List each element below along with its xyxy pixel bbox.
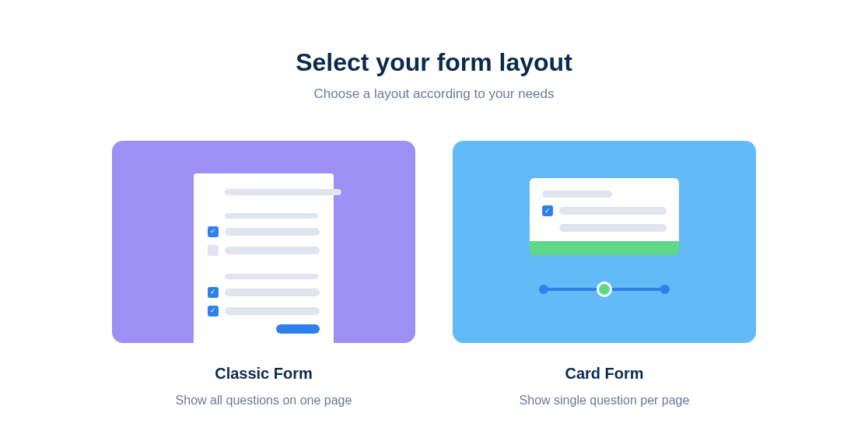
page-subtitle: Choose a layout according to your needs bbox=[313, 86, 554, 102]
placeholder-line bbox=[225, 213, 318, 219]
step-dot-icon bbox=[539, 285, 548, 294]
placeholder-checkrow: ✓ bbox=[208, 306, 320, 317]
placeholder-checkrow: ✓ bbox=[208, 226, 320, 237]
card-body: ✓ bbox=[530, 178, 679, 241]
step-dot-icon bbox=[660, 285, 670, 294]
placeholder-line bbox=[225, 228, 320, 236]
checkbox-checked-icon: ✓ bbox=[208, 226, 219, 237]
placeholder-checkrow: ✓ bbox=[208, 287, 320, 298]
placeholder-line bbox=[542, 191, 612, 198]
card-footer-bar bbox=[530, 241, 679, 255]
placeholder-line bbox=[225, 189, 341, 195]
placeholder-line bbox=[559, 224, 667, 232]
option-card-form[interactable]: ✓ Card Form Show single question per pag… bbox=[453, 141, 756, 408]
submit-button-icon bbox=[276, 324, 320, 334]
checkbox-checked-icon: ✓ bbox=[208, 306, 219, 317]
option-description: Show single question per page bbox=[520, 394, 690, 408]
placeholder-line bbox=[225, 307, 320, 315]
checkbox-checked-icon: ✓ bbox=[542, 205, 553, 216]
layout-options-row: ✓ ✓ ✓ Classic Form bbox=[112, 141, 756, 408]
placeholder-line bbox=[559, 207, 667, 215]
step-dot-active-icon bbox=[597, 282, 612, 297]
option-classic-form[interactable]: ✓ ✓ ✓ Classic Form bbox=[112, 141, 415, 408]
placeholder-checkrow: ✓ bbox=[542, 205, 667, 216]
checkbox-unchecked-icon bbox=[208, 245, 219, 256]
progress-stepper-icon bbox=[539, 288, 670, 291]
placeholder-line bbox=[225, 274, 318, 279]
card-preview-illustration: ✓ bbox=[453, 141, 756, 343]
page-title: Select your form layout bbox=[296, 48, 572, 77]
placeholder-line bbox=[225, 247, 320, 254]
option-title: Card Form bbox=[565, 365, 643, 383]
checkbox-checked-icon: ✓ bbox=[208, 287, 219, 298]
option-title: Classic Form bbox=[215, 365, 313, 383]
card-form-mock: ✓ bbox=[530, 178, 679, 291]
placeholder-line bbox=[225, 289, 320, 296]
placeholder-checkrow bbox=[208, 245, 320, 256]
classic-preview-illustration: ✓ ✓ ✓ bbox=[112, 141, 415, 343]
option-description: Show all questions on one page bbox=[176, 394, 352, 408]
classic-form-mock: ✓ ✓ ✓ bbox=[194, 173, 334, 343]
